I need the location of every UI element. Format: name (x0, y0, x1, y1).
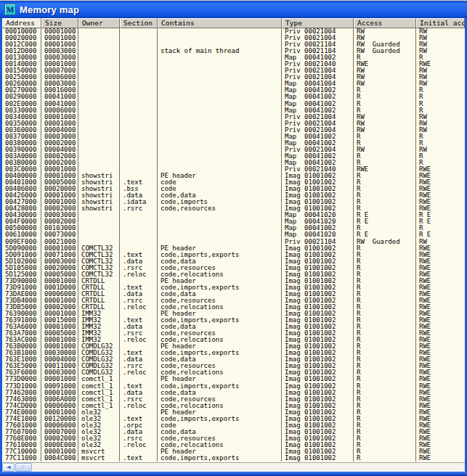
cell-access: R (354, 330, 416, 337)
cell-size: 00001000 (41, 28, 78, 35)
table-row[interactable]: 773D100000091000comctl_1.textcode,import… (2, 383, 465, 390)
cell-owner: showstri (78, 173, 120, 179)
table-row[interactable]: 0061000000073000Map 00041020R ER E (2, 231, 465, 238)
table-row[interactable]: 763E500000011000COMDLG32.rsrccode,resour… (2, 363, 465, 369)
table-row[interactable]: 0035000000001000Priv 00021004RWRW (2, 120, 465, 127)
table-row[interactable]: 774630000006A000comctl_1.rsrccode,resour… (2, 396, 465, 403)
table-row[interactable]: 73DAE00000006000CRTDLL.datacode,dataImag… (2, 291, 465, 298)
cell-contains (158, 231, 282, 238)
table-row[interactable]: 7639000000001000IMM32PE headerImag 01001… (2, 311, 465, 317)
table-row[interactable]: 0040600000020000showstri.bsscodeImag 010… (2, 186, 465, 192)
table-row[interactable]: 0033000000006000Map 00041002RR (2, 107, 465, 114)
table-row[interactable]: 0001000000001000Priv 00021004RWRW (2, 28, 465, 35)
table-row[interactable]: 763F600000003000COMDLG32.reloccode,reloc… (2, 369, 465, 376)
table-row[interactable]: 0025000000006000Priv 00021004RWRW (2, 74, 465, 81)
cell-size: 00016000 (41, 87, 78, 94)
table-row[interactable]: 0039000000004000Priv 00021004RWRW (2, 147, 465, 153)
table-row[interactable]: 0029000000041000Map 00041002RR (2, 94, 465, 100)
table-row[interactable]: 5D12500000005000COMCTL32.reloccode,reloc… (2, 271, 465, 278)
cell-contains: PE header (158, 278, 282, 284)
table-row[interactable]: 77C110000004C000msvcrt.textcode,imports,… (2, 455, 465, 461)
scrollbar-track[interactable] (32, 463, 465, 472)
table-row[interactable]: 763A600000001000IMM32.datacode,dataImag … (2, 324, 465, 330)
table-row[interactable]: 0042800000002000showstri.rsrccode,resour… (2, 205, 465, 212)
table-row[interactable]: 5D10500000020000COMCTL32.rsrccode,resour… (2, 265, 465, 271)
table-row[interactable]: 7760E00000002000ole32.rsrccode,resources… (2, 435, 465, 442)
cell-section (120, 278, 158, 284)
column-header-contains[interactable]: Contains (158, 18, 282, 28)
table-row[interactable]: 0012D00000003000stack of main threadPriv… (2, 48, 465, 54)
column-header-access[interactable]: Access (354, 18, 416, 28)
table-row[interactable]: 776100000000E000ole32.reloccode,relocati… (2, 442, 465, 448)
table-row[interactable]: 0014000000001000Priv 00021040RWERWE (2, 61, 465, 67)
cell-access: R (354, 160, 416, 166)
table-row[interactable]: 5D09100000071000COMCTL32.textcode,import… (2, 252, 465, 258)
table-row[interactable]: 7760700000007000ole32.datacode,dataImag … (2, 429, 465, 435)
column-header-section[interactable]: Section (120, 18, 158, 28)
cell-owner (78, 107, 120, 114)
cell-size: 0006A000 (41, 396, 78, 403)
scroll-left-button[interactable]: ◄ (2, 463, 15, 472)
cell-address: 00400000 (2, 173, 41, 179)
table-row[interactable]: 763B000000001000COMDLG32PE headerImag 01… (2, 343, 465, 350)
table-row[interactable]: 0036000000004000Priv 00021004RWRW (2, 127, 465, 134)
table-row[interactable]: 003C000000001000Priv 00021040RWERWE (2, 166, 465, 173)
cell-contains: code,data (158, 429, 282, 435)
table-row[interactable]: 0027000000016000Map 00041002RR (2, 87, 465, 94)
table-row[interactable]: 763A700000005000IMM32.rsrccode,resources… (2, 330, 465, 337)
table-row[interactable]: 7746200000001000comctl_1.datacode,dataIm… (2, 390, 465, 396)
cell-type: Priv 00021104 (282, 48, 354, 54)
table-row[interactable]: 009EF00000021000Priv 00021104RW GuardedR… (2, 239, 465, 245)
column-header-address[interactable]: Address (2, 18, 41, 28)
column-header-initial-acc[interactable]: Initial acc (416, 18, 465, 28)
table-row[interactable]: 763AC00000001000IMM32.reloccode,relocati… (2, 337, 465, 343)
table-row[interactable]: 0026000000003000Map 00041004RWRW (2, 81, 465, 87)
table-row[interactable]: 774E000000001000ole32PE headerImag 01001… (2, 409, 465, 416)
table-row[interactable]: 5D10200000003000COMCTL32.datacode,dataIm… (2, 258, 465, 265)
table-row[interactable]: 0013000000003000Map 00041002RR (2, 54, 465, 61)
table-row[interactable]: 73DB400000001000CRTDLL.rsrccode,resource… (2, 298, 465, 304)
titlebar[interactable]: M Memory map (0, 1, 467, 18)
table-row[interactable]: 7639100000015000IMM32.textcode,imports,e… (2, 317, 465, 324)
table-row[interactable]: 0015000000007000Priv 00021004RWRW (2, 67, 465, 74)
table-row[interactable]: 0042600000001000showstri.datacode,dataIm… (2, 192, 465, 199)
table-row[interactable]: 003A000000002000Map 00041002RR (2, 153, 465, 160)
table-row[interactable]: 0050000000103000Map 00041002RR (2, 225, 465, 231)
table-row[interactable]: 77C1000000001000msvcrtPE headerImag 0100… (2, 448, 465, 455)
table-row[interactable]: 763E100000004000COMDLG32.datacode,dataIm… (2, 356, 465, 363)
column-header-size[interactable]: Size (41, 18, 78, 28)
cell-contains (158, 35, 282, 41)
cell-contains: code (158, 179, 282, 186)
table-row[interactable]: 0037000000003000Map 00041002RR (2, 134, 465, 140)
table-row[interactable]: 0012C00000001000Priv 00021104RW GuardedR… (2, 41, 465, 48)
table-row[interactable]: 73D9000000001000CRTDLLPE headerImag 0100… (2, 278, 465, 284)
table-row[interactable]: 73DB500000002000CRTDLL.reloccode,relocat… (2, 304, 465, 311)
table-row[interactable]: 0043000000003000Map 00041020R ER E (2, 212, 465, 218)
table-row[interactable]: 0038000000002000Map 00041002RR (2, 140, 465, 147)
column-header-type[interactable]: Type (282, 18, 354, 28)
table-row[interactable]: 73D910000001D000CRTDLL.textcode,imports,… (2, 284, 465, 291)
cell-size: 00001000 (41, 173, 78, 179)
table-row[interactable]: 0002000000001000Priv 00021004RWRW (2, 35, 465, 41)
horizontal-scrollbar[interactable]: ◄ (2, 462, 465, 472)
column-header-owner[interactable]: Owner (78, 18, 120, 28)
cell-address: 7760E000 (2, 435, 41, 442)
table-row[interactable]: 774CD00000006000comctl_1.reloccode,reloc… (2, 403, 465, 409)
table-row[interactable]: 0034000000001000Priv 00021004RWRW (2, 114, 465, 120)
table-row[interactable]: 004F000000002000Map 00041020R ER E (2, 218, 465, 225)
cell-type: Priv 00021004 (282, 120, 354, 127)
table-row[interactable]: 002E000000041000Map 00041002RR (2, 101, 465, 107)
table-row[interactable]: 774E100000120000ole32.textcode,imports,e… (2, 416, 465, 422)
table-row[interactable]: 0042700000001000showstri.idatacode,impor… (2, 199, 465, 205)
table-row[interactable]: 003B000000002000Map 00041002RR (2, 160, 465, 166)
table-row[interactable]: 763B100000030000COMDLG32.textcode,import… (2, 350, 465, 356)
cell-initial-acc: RWE (416, 311, 465, 317)
table-row[interactable]: 7760100000006000ole32.orpccodeImag 01001… (2, 422, 465, 429)
scrollbar-thumb[interactable] (15, 463, 32, 472)
cell-address: 77601000 (2, 422, 41, 429)
table-row[interactable]: 773D000000001000comctl_1PE headerImag 01… (2, 376, 465, 382)
table-row[interactable]: 0040100000005000showstri.textcodeImag 01… (2, 179, 465, 186)
table-row[interactable]: 0040000000001000showstriPE headerImag 01… (2, 173, 465, 179)
table-row[interactable]: 5D09000000001000COMCTL32PE headerImag 01… (2, 245, 465, 252)
cell-type: Imag 01001002 (282, 173, 354, 179)
